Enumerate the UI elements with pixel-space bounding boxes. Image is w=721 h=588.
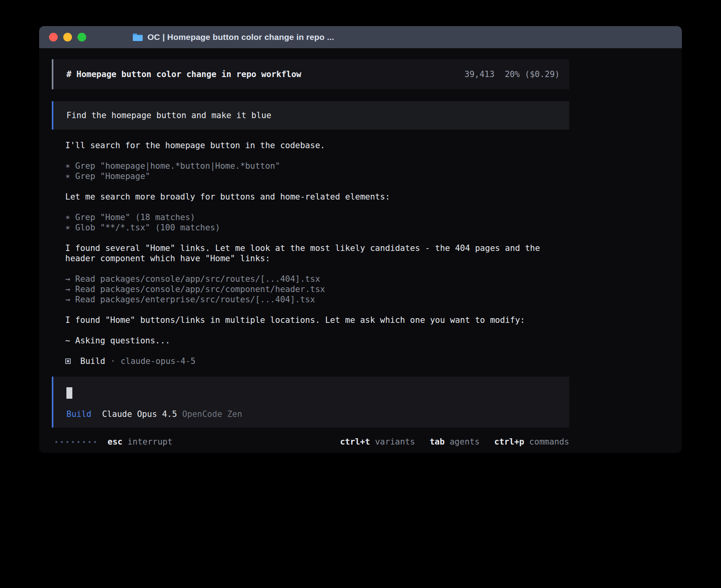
agent-model: claude-opus-4-5	[121, 356, 196, 366]
input-model-label: Claude Opus 4.5	[102, 409, 177, 419]
text-cursor-icon	[66, 387, 72, 399]
tool-call-read: → Read packages/enterprise/src/routes/[.…	[65, 294, 557, 305]
status-footer: esc interrupt ctrl+t variants tab agents…	[52, 437, 569, 447]
prompt-input-area[interactable]: Build Claude Opus 4.5 OpenCode Zen	[52, 377, 569, 428]
prompt-input-line[interactable]	[66, 387, 556, 400]
tool-call-grep: ∗ Grep "homepage|home.*button|Home.*butt…	[65, 161, 557, 171]
assistant-text: I found "Home" buttons/links in multiple…	[65, 315, 557, 325]
token-count: 39,413	[464, 70, 495, 79]
session-stats: 39,413 20% ($0.29)	[464, 70, 560, 79]
tool-call-grep: ∗ Grep "Homepage"	[65, 171, 557, 181]
assistant-text: I found several "Home" links. Let me loo…	[65, 243, 557, 264]
agent-status: Build · claude-opus-4-5	[65, 356, 557, 366]
input-provider-label: OpenCode Zen	[182, 409, 242, 419]
window-title-group: OC | Homepage button color change in rep…	[132, 32, 334, 42]
assistant-transcript: I'll search for the homepage button in t…	[65, 140, 557, 366]
footer-left: esc interrupt	[55, 437, 172, 447]
tool-call-read: → Read packages/console/app/src/componen…	[65, 284, 557, 294]
tool-call-read: → Read packages/console/app/src/routes/[…	[65, 274, 557, 284]
input-status-line: Build Claude Opus 4.5 OpenCode Zen	[66, 409, 556, 419]
terminal-window: OC | Homepage button color change in rep…	[39, 26, 682, 453]
assistant-text: I'll search for the homepage button in t…	[65, 140, 557, 151]
window-controls	[49, 33, 86, 41]
agent-name: Build	[80, 356, 105, 366]
shortcut-variants: ctrl+t variants	[340, 437, 415, 447]
folder-icon	[132, 33, 143, 41]
terminal-content: # Homepage button color change in repo w…	[39, 48, 682, 447]
close-button[interactable]	[49, 33, 58, 41]
shortcut-commands: ctrl+p commands	[494, 437, 569, 447]
shortcut-agents: tab agents	[430, 437, 479, 447]
window-title: OC | Homepage button color change in rep…	[147, 32, 334, 42]
context-usage: 20% ($0.29)	[505, 70, 560, 79]
separator-dot: ·	[110, 356, 115, 366]
agent-build-icon	[65, 358, 71, 364]
status-asking-questions: ~ Asking questions...	[65, 335, 557, 346]
user-message: Find the homepage button and make it blu…	[52, 101, 569, 130]
footer-right: ctrl+t variants tab agents ctrl+p comman…	[340, 437, 569, 447]
activity-dots-icon	[55, 441, 96, 443]
session-header: # Homepage button color change in repo w…	[52, 59, 569, 89]
minimize-button[interactable]	[63, 33, 72, 41]
zoom-button[interactable]	[77, 33, 86, 41]
user-message-text: Find the homepage button and make it blu…	[66, 111, 271, 120]
tool-call-glob: ∗ Glob "**/*.tsx" (100 matches)	[65, 222, 557, 233]
input-agent-label[interactable]: Build	[66, 409, 91, 419]
window-titlebar: OC | Homepage button color change in rep…	[39, 26, 682, 48]
tool-call-grep: ∗ Grep "Home" (18 matches)	[65, 212, 557, 222]
shortcut-interrupt: esc interrupt	[108, 437, 172, 447]
assistant-text: Let me search more broadly for buttons a…	[65, 192, 557, 202]
session-title: # Homepage button color change in repo w…	[66, 70, 301, 79]
